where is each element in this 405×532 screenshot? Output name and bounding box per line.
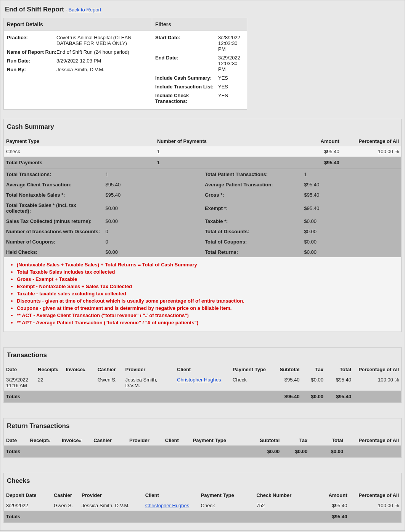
totals-row: Totals $95.40 bbox=[4, 511, 401, 522]
cash-summary-notes: (Nontaxable Sales + Taxable Sales) + Tot… bbox=[4, 257, 401, 332]
filter-label: Start Date: bbox=[155, 35, 218, 40]
stat-label: Sales Tax Collected (minus returns): bbox=[4, 216, 103, 226]
totals-row: Totals $95.40 $0.00 $95.40 bbox=[4, 391, 401, 402]
stat-value: $0.00 bbox=[103, 247, 203, 257]
filter-row: Start Date:3/28/2022 12:03:30 PM bbox=[155, 33, 244, 53]
col-tax: Tax bbox=[282, 435, 310, 445]
totals-label: Totals bbox=[4, 391, 274, 402]
cell-tax: $0.00 bbox=[302, 375, 326, 391]
col-client: Client bbox=[163, 435, 191, 445]
table-header-row: Date Receipt# Invoice# Cashier Provider … bbox=[4, 364, 401, 375]
total-amount: $95.40 bbox=[282, 157, 341, 168]
cell-pct: 100.00 % bbox=[350, 500, 402, 511]
col-payment-type: Payment Type bbox=[4, 136, 155, 146]
stat-label: Taxable *: bbox=[202, 216, 302, 226]
stat-row: Held Checks:$0.00Total Returns:$0.00 bbox=[4, 247, 401, 257]
stat-row: Total Nontaxable Sales *:$95.40Gross *:$… bbox=[4, 190, 401, 200]
col-client: Client bbox=[143, 490, 199, 500]
col-amount: Amount bbox=[282, 136, 341, 146]
col-provider: Provider bbox=[79, 490, 143, 500]
table-header-row: Payment Type Number of Payments Amount P… bbox=[4, 136, 401, 146]
note-item: ** APT - Average Patient Transaction ("t… bbox=[17, 319, 397, 326]
filter-label: Include Cash Summary: bbox=[155, 75, 218, 81]
filter-value: YES bbox=[218, 93, 244, 98]
stat-value: $0.00 bbox=[302, 247, 402, 257]
cell-type: Check bbox=[4, 146, 155, 157]
totals-subtotal: $95.40 bbox=[274, 391, 302, 402]
totals-label: Totals bbox=[4, 445, 250, 457]
stat-label: Number of Coupons: bbox=[4, 237, 103, 247]
note-item: Coupons - given at time of treatment and… bbox=[17, 304, 397, 312]
cell-pct: 100.00 % bbox=[354, 375, 401, 391]
cell-pct: 100.00 % bbox=[342, 146, 401, 157]
col-invoice: Invoice# bbox=[63, 364, 95, 375]
col-amount: Amount bbox=[302, 490, 349, 500]
stat-label: Total Taxable Sales * (incl. tax collect… bbox=[4, 200, 103, 216]
cell-provider: Jessica Smith, D.V.M. bbox=[123, 375, 175, 391]
detail-label: Run By: bbox=[7, 67, 56, 72]
back-to-report-link[interactable]: Back to Report bbox=[68, 7, 101, 13]
col-total: Total bbox=[326, 364, 354, 375]
transactions-heading: Transactions bbox=[4, 348, 401, 364]
cash-summary-section: Cash Summary Payment Type Number of Paym… bbox=[3, 119, 402, 332]
stat-value: $0.00 bbox=[302, 226, 402, 237]
col-subtotal: Subtotal bbox=[250, 435, 282, 445]
stat-value: $0.00 bbox=[103, 216, 203, 226]
cell-date: 3/29/2022 bbox=[4, 500, 51, 511]
cell-subtotal: $95.40 bbox=[274, 375, 302, 391]
col-pct: Percentage of All bbox=[346, 435, 401, 445]
cell-receipt: 22 bbox=[35, 375, 63, 391]
col-cashier: Cashier bbox=[95, 364, 123, 375]
stat-label: Total Transactions: bbox=[4, 169, 103, 179]
note-item: Taxable - taxable sales excluding tax co… bbox=[17, 290, 397, 297]
total-label: Total Payments bbox=[4, 157, 155, 168]
filter-row: End Date:3/29/2022 12:03:30 PM bbox=[155, 53, 244, 74]
col-pct: Percentage of All bbox=[342, 136, 401, 146]
stat-value: 0 bbox=[103, 237, 203, 247]
note-item: Total Taxable Sales includes tax collect… bbox=[17, 268, 397, 276]
client-link[interactable]: Christopher Hughes bbox=[177, 377, 221, 383]
cell-amount: $95.40 bbox=[302, 500, 349, 511]
note-item: Discounts - given at time of checkout wh… bbox=[17, 297, 397, 304]
filter-value: 3/28/2022 12:03:30 PM bbox=[218, 35, 244, 52]
col-deposit-date: Deposit Date bbox=[4, 490, 51, 500]
detail-label: Run Date: bbox=[7, 58, 56, 64]
detail-value: Jessica Smith, D.V.M. bbox=[56, 67, 149, 72]
stat-row: Sales Tax Collected (minus returns):$0.0… bbox=[4, 216, 401, 226]
col-cashier: Cashier bbox=[91, 435, 127, 445]
filter-label: End Date: bbox=[155, 55, 218, 61]
detail-label: Name of Report Run: bbox=[7, 49, 56, 55]
stat-row: Total Transactions:1Total Patient Transa… bbox=[4, 169, 401, 179]
stat-label: Number of transactions with Discounts: bbox=[4, 226, 103, 237]
filter-label: Include Check Transactions: bbox=[155, 93, 218, 104]
detail-label: Practice: bbox=[7, 35, 56, 40]
totals-total: $0.00 bbox=[310, 445, 346, 457]
cell-cashier: Gwen S. bbox=[51, 500, 79, 511]
col-tax: Tax bbox=[302, 364, 326, 375]
col-cashier: Cashier bbox=[51, 490, 79, 500]
checks-heading: Checks bbox=[4, 473, 401, 490]
table-header-row: Deposit Date Cashier Provider Client Pay… bbox=[4, 490, 401, 500]
page-header: End of Shift Report - Back to Report bbox=[3, 3, 402, 18]
transactions-section: Transactions Date Receipt# Invoice# Cash… bbox=[3, 347, 402, 403]
table-row: 3/29/2022 Gwen S. Jessica Smith, D.V.M. … bbox=[4, 500, 401, 511]
note-item: Exempt - Nontaxable Sales + Sales Tax Co… bbox=[17, 283, 397, 290]
client-link[interactable]: Christopher Hughes bbox=[145, 503, 190, 508]
note-item: Gross - Exempt + Taxable bbox=[17, 276, 397, 283]
detail-value: End of Shift Run (24 hour period) bbox=[56, 49, 149, 55]
col-date: Date bbox=[4, 435, 28, 445]
note-item: ** ACT - Average Client Transaction ("to… bbox=[17, 312, 397, 319]
filters-heading: Filters bbox=[152, 18, 247, 31]
cash-summary-stats: Total Transactions:1Total Patient Transa… bbox=[4, 168, 401, 257]
cell-client: Christopher Hughes bbox=[175, 375, 230, 391]
stat-value: $95.40 bbox=[103, 190, 203, 200]
totals-tax: $0.00 bbox=[282, 445, 310, 457]
total-payments-row: Total Payments 1 $95.40 bbox=[4, 157, 401, 168]
col-date: Date bbox=[4, 364, 35, 375]
note-item: (Nontaxable Sales + Taxable Sales) + Tot… bbox=[17, 261, 397, 268]
col-pct: Percentage of All bbox=[350, 490, 402, 500]
cell-amount: $95.40 bbox=[282, 146, 341, 157]
col-receipt: Receipt# bbox=[28, 435, 59, 445]
filters-panel: Filters Start Date:3/28/2022 12:03:30 PM… bbox=[152, 18, 247, 110]
stat-label: Total Nontaxable Sales *: bbox=[4, 190, 103, 200]
